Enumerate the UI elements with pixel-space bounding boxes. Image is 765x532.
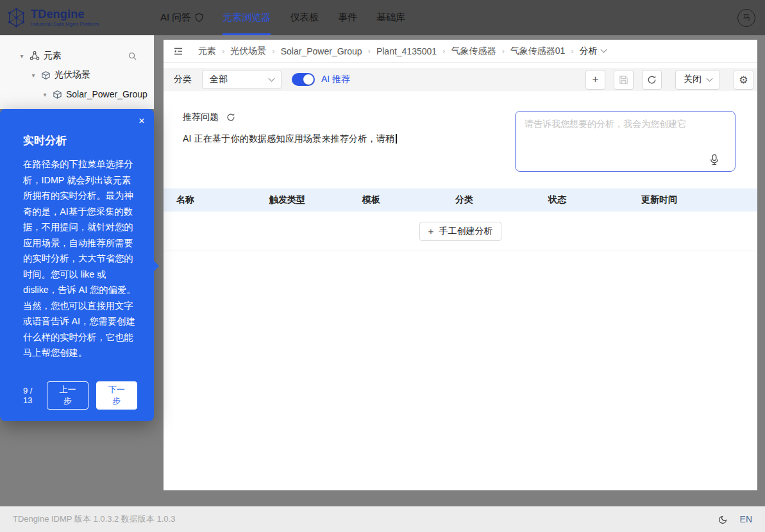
nav-item-element-browser[interactable]: 元素浏览器 [223,0,271,35]
tdengine-logo-icon [8,8,25,28]
close-dropdown-button[interactable]: 关闭 [675,70,720,90]
ai-typing-text-content: AI 正在基于你的数据感知应用场景来推荐分析，请稍 [183,133,394,144]
nav-item-dashboard[interactable]: 仪表板 [290,0,319,35]
tour-popover: × 实时分析 在路径条的下拉菜单选择分析，IDMP 就会列出该元素所拥有的实时分… [0,109,154,421]
save-button[interactable] [614,70,634,90]
nav-item-label: 基础库 [376,12,405,24]
cube-icon [41,71,51,80]
breadcrumb-separator: › [272,46,274,56]
text-cursor [396,134,397,144]
tour-next-button[interactable]: 下一步 [96,381,137,410]
ai-prompt-input[interactable] [516,112,735,171]
chevron-down-icon [269,75,275,81]
shield-icon [195,13,203,22]
plus-icon: + [428,226,434,237]
category-select-value: 全部 [210,74,228,85]
recommend-questions-title: 推荐问题 [183,112,219,123]
breadcrumb-item[interactable]: 气象传感器01 [510,46,566,57]
breadcrumb-item[interactable]: 元素 [198,46,216,57]
tour-previous-button[interactable]: 上一步 [47,381,88,410]
tour-footer: 9 / 13 上一步 下一步 [23,381,137,410]
tree-item-label: 元素 [44,50,62,62]
status-bar: TDengine IDMP 版本 1.0.3.2 数据版本 1.0.3 EN [0,506,765,532]
caret-down-icon[interactable]: ▾ [18,53,26,60]
ai-prompt-box [515,111,736,172]
collapse-sidebar-icon[interactable] [172,46,184,57]
avatar-glyph: 马 [743,12,750,23]
breadcrumb-separator: › [222,46,224,56]
main-panel: 元素 › 光伏场景 › Solar_Power_Group › Plant_41… [164,40,757,490]
nav-item-events[interactable]: 事件 [338,0,357,35]
nav-item-label: 元素浏览器 [223,12,271,24]
microphone-icon[interactable] [709,154,719,165]
nav-item-label: AI 问答 [160,12,191,24]
manual-create-analysis-button[interactable]: + 手工创建分析 [419,222,502,241]
nav-item-label: 事件 [338,12,357,24]
column-header-updated-time: 更新时间 [641,194,757,206]
empty-table-row: + 手工创建分析 [164,212,757,251]
ai-recommend-toggle[interactable] [292,73,315,86]
nav-item-base-library[interactable]: 基础库 [376,0,405,35]
breadcrumb-item[interactable]: Solar_Power_Group [281,46,362,56]
toolbar-actions: + 关闭 ⚙ [585,70,753,90]
analysis-table-header: 名称 触发类型 模板 分类 状态 更新时间 [164,188,757,212]
save-icon [619,75,628,85]
tree-item-solar-scene[interactable]: ▾ 光伏场景 [0,65,154,85]
breadcrumb-item[interactable]: 光伏场景 [230,46,266,57]
tree-item-elements[interactable]: ▾ 元素 [0,46,154,65]
breadcrumb-current-label: 分析 [580,46,598,57]
status-bar-right: EN [718,514,752,524]
dark-mode-moon-icon[interactable] [718,515,728,524]
column-header-name: 名称 [176,194,269,206]
column-header-template: 模板 [362,194,455,206]
analysis-toolbar: 分类 全部 AI 推荐 + 关闭 [164,68,757,91]
column-header-trigger-type: 触发类型 [269,194,362,206]
app-logo[interactable]: TDengine Industrial Data Mgmt Platform [0,0,160,35]
ai-recommend-label: AI 推荐 [321,74,350,85]
manual-create-analysis-label: 手工创建分析 [439,226,492,237]
logo-text: TDengine Industrial Data Mgmt Platform [31,8,99,27]
version-text: TDengine IDMP 版本 1.0.3.2 数据版本 1.0.3 [13,513,175,525]
app-title: TDengine [31,8,99,20]
breadcrumb-item[interactable]: Plant_4135001 [376,46,437,56]
search-icon[interactable] [128,51,137,61]
chevron-down-icon [600,47,607,53]
nav-item-label: 仪表板 [290,12,319,24]
breadcrumb-separator: › [368,46,371,56]
close-icon[interactable]: × [139,115,145,126]
app-subtitle: Industrial Data Mgmt Platform [31,21,99,27]
refresh-icon [647,75,657,85]
recommend-questions-row: 推荐问题 [183,112,235,123]
tour-title: 实时分析 [23,133,137,148]
refresh-button[interactable] [642,70,662,90]
add-analysis-button[interactable]: + [585,70,605,90]
caret-down-icon[interactable]: ▾ [29,72,37,79]
tree-item-solar-power-group[interactable]: ▾ Solar_Power_Group [0,85,154,104]
user-avatar[interactable]: 马 [737,9,755,27]
tour-body-text: 在路径条的下拉菜单选择分析，IDMP 就会列出该元素所拥有的实时分析。最为神奇的… [23,156,137,381]
language-switch[interactable]: EN [740,514,752,524]
breadcrumb-separator: › [442,46,445,56]
nav-item-ai-qa[interactable]: AI 问答 [160,0,203,35]
breadcrumb-separator: › [571,46,573,56]
gear-icon: ⚙ [739,74,748,86]
settings-button[interactable]: ⚙ [734,70,753,90]
nav-items: AI 问答 元素浏览器 仪表板 事件 基础库 [160,0,425,35]
breadcrumb-bar: 元素 › 光伏场景 › Solar_Power_Group › Plant_41… [164,40,757,63]
plus-icon: + [593,73,599,86]
toggle-knob [303,74,314,85]
cube-icon [53,90,62,99]
tree-item-label: 光伏场景 [55,69,90,81]
molecule-icon [29,51,40,61]
category-select[interactable]: 全部 [202,70,282,89]
ai-typing-text: AI 正在基于你的数据感知应用场景来推荐分析，请稍 [183,133,397,145]
top-nav: TDengine Industrial Data Mgmt Platform A… [0,0,765,35]
column-header-status: 状态 [548,194,641,206]
breadcrumb-current-analysis-dropdown[interactable]: 分析 [580,46,606,57]
close-button-label: 关闭 [684,74,702,85]
tree-item-label: Solar_Power_Group [66,89,147,99]
refresh-icon[interactable] [226,113,235,122]
breadcrumb-item[interactable]: 气象传感器 [451,46,496,57]
caret-down-icon[interactable]: ▾ [41,91,49,98]
chevron-down-icon [707,75,713,81]
